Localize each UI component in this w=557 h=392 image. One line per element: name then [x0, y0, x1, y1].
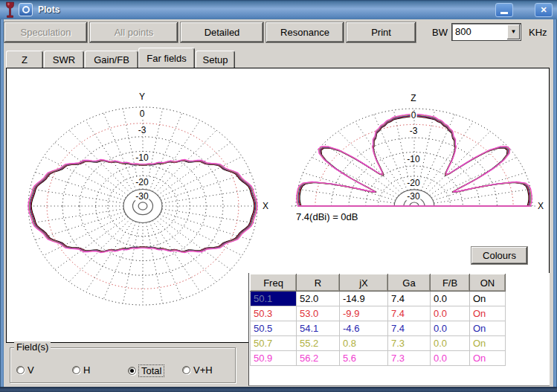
tab-setup[interactable]: Setup: [196, 51, 235, 68]
cell-jx-50-3[interactable]: -9.9: [340, 306, 388, 321]
tab-z[interactable]: Z: [6, 51, 43, 68]
toolbar-button-print[interactable]: Print: [346, 22, 416, 43]
cell-ga-50-3[interactable]: 7.4: [388, 306, 431, 321]
radio-button-total[interactable]: [128, 367, 136, 375]
radio-label-v[interactable]: V: [28, 364, 34, 376]
cell-freq-50-7[interactable]: 50.7: [251, 336, 297, 351]
radio-label-total[interactable]: Total: [138, 364, 164, 377]
cell-r-50-5[interactable]: 54.1: [297, 321, 340, 336]
cell-f-b-50-5[interactable]: 0.0: [431, 321, 470, 336]
cell-jx-50-9[interactable]: 5.6: [340, 351, 388, 366]
cell-r-50-7[interactable]: 55.2: [297, 336, 340, 351]
cell-freq-50-9[interactable]: 50.9: [251, 351, 297, 366]
field-option-v: V: [16, 364, 34, 376]
column-header-jx[interactable]: jX: [340, 274, 388, 292]
radio-label-h[interactable]: H: [83, 364, 90, 376]
table-row-50-7: 50.755.20.87.30.0On: [251, 336, 506, 351]
radio-dot: [130, 369, 134, 373]
column-header-f-b[interactable]: F/B: [431, 274, 470, 292]
close-button[interactable]: ✕: [535, 3, 553, 17]
cell-r-50-1[interactable]: 52.0: [297, 292, 340, 306]
cell-jx-50-5[interactable]: -4.6: [340, 321, 388, 336]
cell-freq-50-5[interactable]: 50.5: [251, 321, 297, 336]
cell-f-b-50-3[interactable]: 0.0: [431, 306, 470, 321]
window-border-bottom: [0, 387, 557, 392]
radio-label-v-h[interactable]: V+H: [193, 364, 213, 376]
bw-label: BW: [432, 27, 448, 38]
wine-glass-icon: [4, 1, 16, 22]
cell-ga-50-9[interactable]: 7.3: [388, 351, 431, 366]
toolbar-button-detailed[interactable]: Detailed: [180, 22, 264, 43]
minimize-button[interactable]: [495, 3, 513, 17]
column-header-freq[interactable]: Freq: [251, 274, 297, 292]
cell-ga-50-1[interactable]: 7.4: [388, 292, 431, 306]
cell-ga-50-7[interactable]: 7.3: [388, 336, 431, 351]
fields-group-label: Field(s): [14, 341, 51, 353]
app-icon: [19, 3, 33, 16]
column-header-on[interactable]: ON: [470, 274, 506, 292]
cell-r-50-3[interactable]: 53.0: [297, 306, 340, 321]
window-border-left: [0, 19, 4, 387]
cell-ga-50-5[interactable]: 7.4: [388, 321, 431, 336]
toolbar-button-resonance[interactable]: Resonance: [265, 22, 344, 43]
window-title: Plots: [38, 4, 59, 15]
radio-button-v[interactable]: [16, 366, 25, 374]
table-row-50-3: 50.353.0-9.97.40.0On: [251, 306, 506, 321]
colours-button[interactable]: Colours: [471, 246, 528, 265]
cell-jx-50-7[interactable]: 0.8: [340, 336, 388, 351]
cell-on-50-5[interactable]: On: [470, 321, 506, 336]
radio-button-v-h[interactable]: [182, 366, 190, 374]
table-row-50-5: 50.554.1-4.67.40.0On: [251, 321, 506, 336]
cell-on-50-3[interactable]: On: [470, 306, 506, 321]
freq-table-header-row: FreqRjXGaF/BON: [251, 274, 506, 292]
radio-button-h[interactable]: [72, 366, 80, 374]
cell-f-b-50-1[interactable]: 0.0: [431, 292, 470, 306]
tab-far-fields[interactable]: Far fields: [138, 48, 195, 68]
table-row-50-9: 50.956.25.67.30.0On: [251, 351, 506, 366]
chevron-down-icon[interactable]: ▼: [507, 25, 520, 39]
khz-label: KHz: [529, 27, 547, 38]
cell-jx-50-1[interactable]: -14.9: [340, 292, 388, 306]
cell-f-b-50-7[interactable]: 0.0: [431, 336, 470, 351]
field-option-total: Total: [128, 364, 164, 377]
column-header-r[interactable]: R: [297, 274, 340, 292]
tab-gain-fb[interactable]: Gain/FB: [85, 51, 138, 68]
cell-on-50-7[interactable]: On: [470, 336, 506, 351]
table-row-50-1: 50.152.0-14.97.40.0On: [251, 292, 506, 306]
titlebar: Plots ✕: [0, 0, 557, 19]
toolbar-button-speculation: Speculation: [4, 22, 88, 43]
cell-freq-50-1[interactable]: 50.1: [251, 292, 297, 306]
column-header-ga[interactable]: Ga: [388, 274, 431, 292]
plots-window: Plots ✕ SpeculationAll pointsDetailedRes…: [0, 0, 557, 392]
cell-freq-50-3[interactable]: 50.3: [251, 306, 297, 321]
bw-combo[interactable]: 800 ▼: [451, 23, 521, 41]
cell-on-50-9[interactable]: On: [470, 351, 506, 366]
tab-swr[interactable]: SWR: [44, 51, 84, 68]
reference-annotation: 7.4(dBi) = 0dB: [294, 211, 359, 222]
freq-table-panel: FreqRjXGaF/BON 50.152.0-14.97.40.0On50.3…: [248, 273, 550, 386]
cell-r-50-9[interactable]: 56.2: [297, 351, 340, 366]
window-border-right: [553, 19, 557, 387]
minimize-icon: [500, 12, 508, 14]
cell-on-50-1[interactable]: On: [470, 292, 506, 306]
cell-f-b-50-9[interactable]: 0.0: [431, 351, 470, 366]
field-option-v-h: V+H: [182, 364, 213, 376]
field-option-h: H: [72, 364, 90, 376]
toolbar-button-all-points: All points: [89, 22, 178, 43]
bw-combo-value: 800: [455, 26, 471, 37]
freq-table: FreqRjXGaF/BON 50.152.0-14.97.40.0On50.3…: [250, 274, 506, 366]
